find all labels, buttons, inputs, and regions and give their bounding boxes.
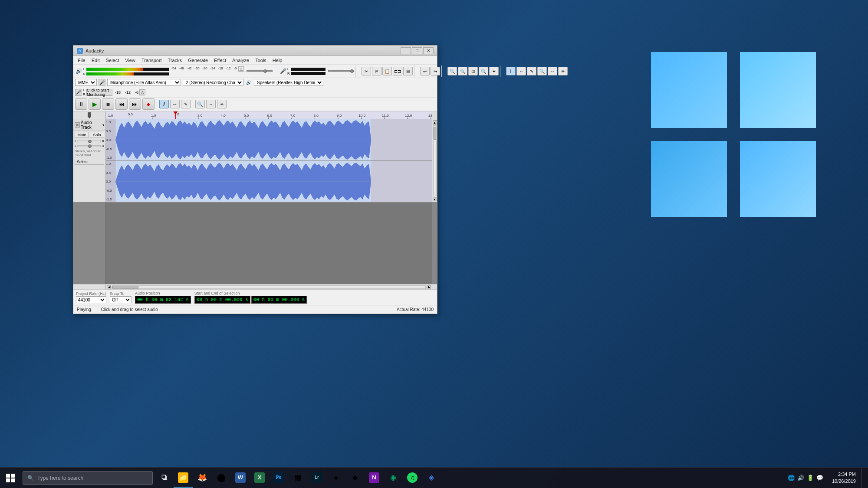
timeshift-tool-small[interactable]: ↔: [206, 100, 216, 108]
taskbar-onenote[interactable]: N: [365, 468, 384, 488]
mute-button[interactable]: Mute: [75, 132, 89, 138]
start-monitoring-button[interactable]: Click to Start Monitoring: [86, 89, 112, 96]
taskbar-excel[interactable]: X: [250, 468, 269, 488]
audio-host-select[interactable]: MME: [75, 79, 97, 86]
taskbar-photoshop[interactable]: Ps: [269, 468, 288, 488]
taskbar-app-16[interactable]: ◉: [384, 468, 403, 488]
stop-button[interactable]: ■: [102, 98, 114, 110]
solo-button[interactable]: Solo: [90, 132, 104, 138]
cut-button[interactable]: ✂: [362, 67, 371, 75]
menu-help[interactable]: Help: [270, 57, 285, 64]
taskbar-file-explorer[interactable]: 📁: [174, 468, 193, 488]
menu-analyze[interactable]: Analyze: [230, 57, 252, 64]
channel-2-waveform[interactable]: 1.0 0.5 0.0 -0.5 -1.0: [106, 161, 432, 202]
close-track-button[interactable]: ✕: [75, 122, 80, 128]
select-tool-button[interactable]: I: [506, 67, 516, 75]
show-desktop-button[interactable]: [861, 468, 865, 488]
output-volume-slider[interactable]: [247, 70, 273, 72]
v-scroll-track[interactable]: [433, 125, 437, 196]
trim-button[interactable]: ⊏⊐: [393, 67, 402, 75]
pencil-tool[interactable]: ✎: [181, 100, 191, 108]
taskbar-app-11[interactable]: ▦: [288, 468, 307, 488]
taskbar-spotify[interactable]: ♫: [403, 468, 422, 488]
battery-icon[interactable]: 🔋: [807, 475, 814, 481]
zoom-toggle-button[interactable]: ✦: [489, 67, 499, 75]
taskbar-word[interactable]: W: [231, 468, 250, 488]
menu-transport[interactable]: Transport: [139, 57, 164, 64]
svg-text:10.0: 10.0: [358, 114, 366, 118]
project-rate-select[interactable]: 44100: [76, 296, 106, 303]
timeshift-tool-button[interactable]: ↔: [548, 67, 557, 75]
track-right-scrollbar[interactable]: ▲ ▼: [432, 119, 437, 202]
paste-button[interactable]: 📋: [382, 67, 392, 75]
v-scroll-up-button[interactable]: ▲: [433, 120, 437, 124]
volume-icon[interactable]: 🔊: [797, 475, 804, 481]
playback-meter[interactable]: L -54 -48 -42 -36 -30 -24 -18 -12: [83, 66, 244, 76]
snap-to-select[interactable]: Off: [110, 296, 132, 303]
input-meter[interactable]: L R: [287, 67, 326, 75]
channel-1-waveform[interactable]: 1.0 0.5 0.0 -0.5 -1.0: [106, 119, 432, 161]
skip-end-button[interactable]: ⏭: [129, 98, 141, 110]
taskbar-lightroom[interactable]: Lr: [307, 468, 326, 488]
menu-generate[interactable]: Generate: [185, 57, 210, 64]
timeline-scale[interactable]: -1.0 0.0 1.0 2.0 3.0: [106, 111, 432, 119]
h-scroll-left-button[interactable]: ◀: [107, 285, 111, 289]
project-rate-label: Project Rate (Hz): [76, 291, 106, 296]
draw-tool-button[interactable]: ✎: [527, 67, 536, 75]
zoom-sel-button[interactable]: 🔍: [479, 67, 488, 75]
menu-tools[interactable]: Tools: [253, 57, 269, 64]
mic-record-button[interactable]: 🎤: [99, 79, 105, 86]
task-view-button[interactable]: ⧉: [155, 468, 174, 488]
h-scroll-right-button[interactable]: ▶: [427, 285, 431, 289]
taskbar-search-bar[interactable]: 🔍 Type here to search: [23, 471, 153, 485]
input-device-select[interactable]: Microphone (Elite Atlas Aero): [107, 79, 181, 86]
track-waveform-area[interactable]: 1.0 0.5 0.0 -0.5 -1.0: [106, 119, 432, 202]
maximize-button[interactable]: □: [412, 47, 422, 54]
menu-select[interactable]: Select: [103, 57, 122, 64]
menu-effect[interactable]: Effect: [211, 57, 229, 64]
taskbar-app-18[interactable]: ◈: [422, 468, 441, 488]
taskbar-app-13[interactable]: ◈: [326, 468, 345, 488]
close-button[interactable]: ✕: [423, 47, 434, 54]
minimize-button[interactable]: —: [401, 47, 411, 54]
zoom-tool-button[interactable]: 🔍: [537, 67, 547, 75]
redo-button[interactable]: ↪: [431, 67, 440, 75]
taskbar-app-14[interactable]: ◆: [345, 468, 365, 488]
menu-view[interactable]: View: [122, 57, 138, 64]
multitool-button[interactable]: ✳: [558, 67, 568, 75]
record-button[interactable]: ●: [142, 98, 155, 110]
select-track-button[interactable]: Select: [75, 159, 104, 165]
undo-button[interactable]: ↩: [420, 67, 430, 75]
zoom-out-button[interactable]: 🔍: [458, 67, 467, 75]
copy-button[interactable]: ⎘: [372, 67, 381, 75]
h-scroll-track[interactable]: [112, 285, 426, 289]
menu-edit[interactable]: Edit: [89, 57, 102, 64]
play-button[interactable]: ▶: [89, 98, 101, 110]
ibeam-tool[interactable]: I: [159, 100, 169, 108]
pause-button[interactable]: ⏸: [75, 98, 87, 110]
track-menu-arrow[interactable]: ▾: [102, 123, 104, 127]
silence-button[interactable]: ⊟: [403, 67, 413, 75]
envelope-tool-button[interactable]: ↔: [516, 67, 526, 75]
clock[interactable]: 2:34 PM 10/26/2019: [829, 471, 859, 485]
start-button[interactable]: [0, 468, 21, 488]
pan-slider[interactable]: [77, 145, 101, 147]
channels-select[interactable]: 2 (Stereo) Recording Channels: [183, 79, 243, 86]
taskbar-chrome[interactable]: ⬤: [212, 468, 231, 488]
envelope-draw-tool[interactable]: ↔: [170, 100, 180, 108]
network-icon[interactable]: 🌐: [788, 475, 795, 481]
output-device-select[interactable]: Speakers (Realtek High Definition): [254, 79, 323, 86]
zoom-tool-small[interactable]: 🔍: [195, 100, 205, 108]
app11-icon: ▦: [293, 472, 303, 483]
v-scroll-down-button[interactable]: ▼: [433, 197, 437, 201]
zoom-in-button[interactable]: 🔍: [447, 67, 457, 75]
input-volume-slider[interactable]: [328, 70, 354, 72]
multi-tool-small[interactable]: ✳: [217, 100, 227, 108]
skip-start-button[interactable]: ⏮: [115, 98, 128, 110]
menu-tracks[interactable]: Tracks: [165, 57, 185, 64]
taskbar-firefox[interactable]: 🦊: [193, 468, 212, 488]
action-center-icon[interactable]: 💬: [816, 475, 823, 481]
menu-file[interactable]: File: [75, 57, 88, 64]
zoom-fit-button[interactable]: ⊡: [468, 67, 478, 75]
gain-slider[interactable]: [77, 141, 101, 142]
